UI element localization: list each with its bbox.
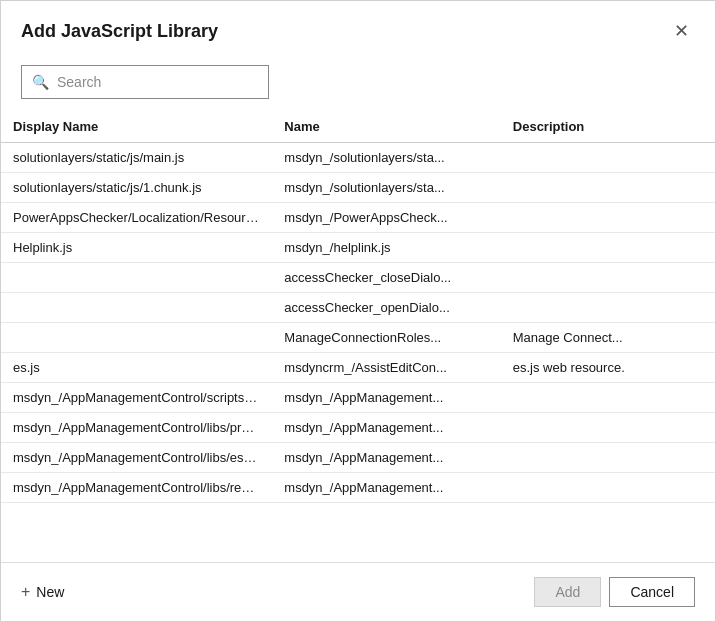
- cancel-button[interactable]: Cancel: [609, 577, 695, 607]
- cell-name: ManageConnectionRoles...: [272, 323, 500, 353]
- cell-name: msdyn_/helplink.js: [272, 233, 500, 263]
- table-header-row: Display Name Name Description: [1, 111, 715, 143]
- cell-name: msdyn_/PowerAppsCheck...: [272, 203, 500, 233]
- cell-description: [501, 443, 715, 473]
- library-table: Display Name Name Description solutionla…: [1, 111, 715, 503]
- col-header-display-name: Display Name: [1, 111, 272, 143]
- cell-display-name: solutionlayers/static/js/1.chunk.js: [1, 173, 272, 203]
- cell-display-name: msdyn_/AppManagementControl/libs/react_1…: [1, 473, 272, 503]
- footer-action-buttons: Add Cancel: [534, 577, 695, 607]
- table-row[interactable]: Helplink.jsmsdyn_/helplink.js: [1, 233, 715, 263]
- cell-description: [501, 413, 715, 443]
- search-icon: 🔍: [32, 74, 49, 90]
- table-row[interactable]: es.jsmsdyncrm_/AssistEditCon...es.js web…: [1, 353, 715, 383]
- cell-name: accessChecker_closeDialo...: [272, 263, 500, 293]
- table-row[interactable]: solutionlayers/static/js/main.jsmsdyn_/s…: [1, 143, 715, 173]
- close-button[interactable]: ✕: [667, 17, 695, 45]
- table-row[interactable]: msdyn_/AppManagementControl/libs/react_1…: [1, 473, 715, 503]
- table-row[interactable]: msdyn_/AppManagementControl/libs/promise…: [1, 413, 715, 443]
- search-container: 🔍: [1, 57, 715, 111]
- cell-display-name: Helplink.js: [1, 233, 272, 263]
- table-row[interactable]: msdyn_/AppManagementControl/scripts/AppM…: [1, 383, 715, 413]
- cell-name: accessChecker_openDialo...: [272, 293, 500, 323]
- cell-name: msdyn_/solutionlayers/sta...: [272, 173, 500, 203]
- cell-description: [501, 263, 715, 293]
- cell-description: [501, 473, 715, 503]
- cell-name: msdyn_/AppManagement...: [272, 473, 500, 503]
- table-container: Display Name Name Description solutionla…: [1, 111, 715, 562]
- table-row[interactable]: ManageConnectionRoles...Manage Connect..…: [1, 323, 715, 353]
- table-row[interactable]: PowerAppsChecker/Localization/ResourceSt…: [1, 203, 715, 233]
- col-header-name: Name: [272, 111, 500, 143]
- dialog-footer: + New Add Cancel: [1, 562, 715, 621]
- cell-description: [501, 203, 715, 233]
- cell-display-name: msdyn_/AppManagementControl/libs/promise…: [1, 413, 272, 443]
- cell-description: es.js web resource.: [501, 353, 715, 383]
- cell-description: [501, 173, 715, 203]
- cell-display-name: PowerAppsChecker/Localization/ResourceSt…: [1, 203, 272, 233]
- table-row[interactable]: accessChecker_closeDialo...: [1, 263, 715, 293]
- table-row[interactable]: accessChecker_openDialo...: [1, 293, 715, 323]
- search-box: 🔍: [21, 65, 269, 99]
- cell-description: [501, 293, 715, 323]
- dialog-header: Add JavaScript Library ✕: [1, 1, 715, 57]
- cell-display-name: msdyn_/AppManagementControl/scripts/AppM…: [1, 383, 272, 413]
- add-javascript-library-dialog: Add JavaScript Library ✕ 🔍 Display Name …: [0, 0, 716, 622]
- cell-description: [501, 383, 715, 413]
- cell-display-name: [1, 263, 272, 293]
- add-button[interactable]: Add: [534, 577, 601, 607]
- dialog-title: Add JavaScript Library: [21, 21, 218, 42]
- table-row[interactable]: msdyn_/AppManagementControl/libs/es6_shi…: [1, 443, 715, 473]
- table-row[interactable]: solutionlayers/static/js/1.chunk.jsmsdyn…: [1, 173, 715, 203]
- cell-display-name: es.js: [1, 353, 272, 383]
- col-header-description: Description: [501, 111, 715, 143]
- cell-name: msdyncrm_/AssistEditCon...: [272, 353, 500, 383]
- table-wrapper[interactable]: Display Name Name Description solutionla…: [1, 111, 715, 562]
- cell-description: Manage Connect...: [501, 323, 715, 353]
- cell-name: msdyn_/AppManagement...: [272, 383, 500, 413]
- cell-description: [501, 143, 715, 173]
- cell-name: msdyn_/AppManagement...: [272, 413, 500, 443]
- search-input[interactable]: [57, 74, 258, 90]
- new-button-label: New: [36, 584, 64, 600]
- cell-name: msdyn_/solutionlayers/sta...: [272, 143, 500, 173]
- cell-display-name: [1, 293, 272, 323]
- cell-description: [501, 233, 715, 263]
- cell-display-name: [1, 323, 272, 353]
- cell-name: msdyn_/AppManagement...: [272, 443, 500, 473]
- new-button[interactable]: + New: [21, 579, 64, 605]
- cell-display-name: msdyn_/AppManagementControl/libs/es6_shi…: [1, 443, 272, 473]
- plus-icon: +: [21, 583, 30, 601]
- cell-display-name: solutionlayers/static/js/main.js: [1, 143, 272, 173]
